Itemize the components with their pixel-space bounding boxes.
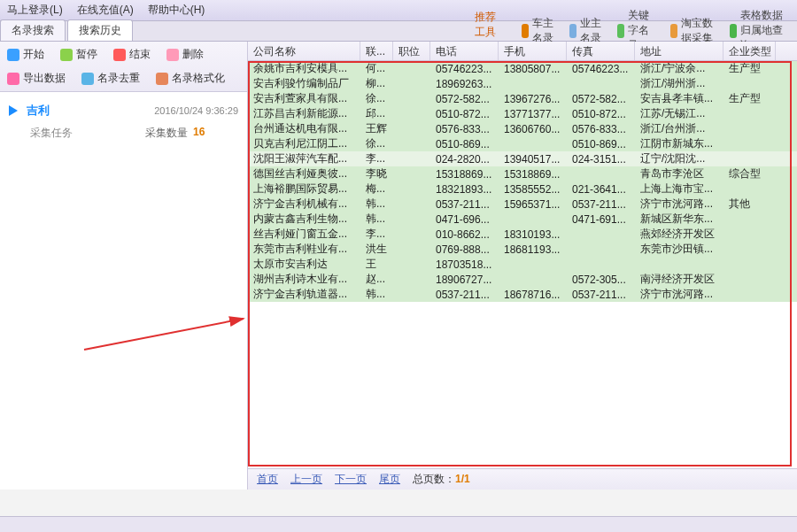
pager-next[interactable]: 下一页 — [335, 472, 367, 487]
cell — [723, 249, 776, 251]
cell — [723, 294, 776, 296]
table-row[interactable]: 安吉利骏竹编制品厂柳...18969263...浙江/湖州浙... — [248, 76, 797, 91]
table-row[interactable]: 贝克吉利尼江阴工...徐...0510-869...0510-869...江阴市… — [248, 136, 797, 151]
pager-total: 总页数：1/1 — [413, 472, 470, 487]
cell: 0572-582... — [430, 92, 499, 106]
cell — [393, 279, 430, 281]
cell: 0537-211... — [567, 197, 635, 212]
menu-help[interactable]: 帮助中心(H) — [148, 3, 205, 18]
task-sub-label: 采集任务 — [30, 126, 73, 141]
pause-icon — [60, 49, 73, 61]
col-3[interactable]: 电话 — [430, 42, 499, 60]
table-row[interactable]: 上海裕鹏国际贸易...梅...18321893...13585552...021… — [248, 181, 797, 197]
cell — [723, 143, 776, 145]
menu-login[interactable]: 马上登录(L) — [7, 3, 63, 18]
table-row[interactable]: 江苏昌吉利新能源...邱...0510-872...13771377...051… — [248, 106, 797, 121]
cell — [393, 204, 430, 205]
pager-first[interactable]: 首页 — [257, 472, 278, 487]
cell: 024-3151... — [567, 152, 635, 166]
keyword-icon — [617, 24, 624, 38]
col-2[interactable]: 职位 — [393, 42, 430, 60]
cell: 010-8662... — [430, 227, 499, 242]
cell — [723, 264, 776, 266]
play-icon — [7, 49, 19, 61]
cell: 其他 — [723, 196, 776, 212]
btn-format[interactable]: 名录格式化 — [156, 71, 225, 86]
cell: 综合型 — [723, 166, 776, 182]
btn-export[interactable]: 导出数据 — [7, 71, 66, 86]
btn-dedup[interactable]: 名录去重 — [81, 71, 140, 86]
pager-last[interactable]: 尾页 — [379, 472, 400, 487]
cell — [393, 113, 430, 115]
left-toolbar: 开始 暂停 结束 删除 导出数据 名录去重 名录格式化 — [0, 42, 247, 92]
cell — [567, 173, 635, 175]
task-row[interactable]: 吉利 2016/10/24 9:36:29 — [9, 103, 238, 119]
cell — [393, 143, 430, 145]
export-icon — [7, 73, 19, 85]
status-bar — [0, 516, 797, 532]
cell — [723, 158, 776, 160]
pager-prev[interactable]: 上一页 — [290, 472, 322, 487]
cell: 0572-582... — [567, 92, 635, 106]
menu-recharge[interactable]: 在线充值(A) — [77, 3, 134, 18]
table-row[interactable]: 东莞市吉利鞋业有...洪生0769-888...18681193...东莞市沙田… — [248, 242, 797, 257]
cell: 0471-696... — [430, 212, 499, 227]
table-row[interactable]: 丝吉利娅门窗五金...李...010-8662...18310193...燕郊经… — [248, 227, 797, 242]
tab-search[interactable]: 名录搜索 — [0, 19, 66, 41]
task-area: 吉利 2016/10/24 9:36:29 采集任务 采集数量 16 — [0, 92, 247, 151]
cell: 东莞市沙田镇... — [635, 241, 723, 258]
table-row[interactable]: 太原市安吉利达王18703518... — [248, 257, 797, 272]
left-panel: 开始 暂停 结束 删除 导出数据 名录去重 名录格式化 吉利 2016/10/2… — [0, 42, 248, 490]
table-row[interactable]: 济宁金吉利轨道器...韩...0537-211...18678716...053… — [248, 287, 797, 302]
table-row[interactable]: 沈阳王淑萍汽车配...李...024-2820...13940517...024… — [248, 151, 797, 166]
cell — [393, 219, 430, 220]
cell — [393, 294, 430, 296]
car-icon — [522, 24, 529, 38]
table-row[interactable]: 济宁金吉利机械有...韩...0537-211...15965371...053… — [248, 197, 797, 212]
cell — [393, 264, 430, 266]
table-row[interactable]: 安吉利萱家具有限...徐...0572-582...13967276...057… — [248, 91, 797, 106]
stop-icon — [113, 49, 126, 61]
col-1[interactable]: 联... — [360, 42, 393, 60]
cell — [723, 113, 776, 115]
col-6[interactable]: 地址 — [635, 42, 723, 60]
table-header: 公司名称联...职位电话手机传真地址企业类型 — [248, 42, 797, 61]
cell: 生产型 — [723, 61, 776, 77]
cell: 18310193... — [499, 227, 567, 242]
pager: 首页 上一页 下一页 尾页 总页数：1/1 — [248, 468, 797, 490]
btn-end[interactable]: 结束 — [113, 47, 151, 62]
cell: 0510-869... — [430, 137, 499, 151]
col-5[interactable]: 传真 — [567, 42, 635, 60]
cell — [723, 189, 776, 190]
col-4[interactable]: 手机 — [499, 42, 567, 60]
tab-history[interactable]: 搜索历史 — [67, 19, 133, 41]
table-row[interactable]: 湖州吉利诗木业有...赵...18906727...0572-305...南浔经… — [248, 272, 797, 287]
cell: 18969263... — [430, 77, 499, 91]
cell: 0572-305... — [567, 273, 635, 287]
cell — [723, 219, 776, 220]
table-row[interactable]: 余姚市吉利安模具...何...05746223...13805807...057… — [248, 61, 797, 76]
table-row[interactable]: 德国丝吉利娅奥彼...李晓15318869...15318869...青岛市李沧… — [248, 166, 797, 181]
col-7[interactable]: 企业类型 — [723, 42, 776, 60]
cell — [393, 189, 430, 190]
table-row[interactable]: 内蒙古鑫吉利生物...韩...0471-696...0471-691...新城区… — [248, 212, 797, 227]
cell — [723, 83, 776, 85]
cell: 0510-869... — [567, 137, 635, 151]
cell: 15318869... — [499, 167, 567, 181]
btn-start[interactable]: 开始 — [7, 47, 44, 62]
table-row[interactable]: 台州通达机电有限...王辉0576-833...13606760...0576-… — [248, 121, 797, 136]
col-0[interactable]: 公司名称 — [248, 42, 360, 60]
owner-icon — [569, 24, 576, 38]
btn-delete[interactable]: 删除 — [166, 47, 204, 62]
cell — [499, 279, 567, 281]
cell: 13606760... — [499, 122, 567, 136]
cell: 18681193... — [499, 243, 567, 257]
btn-pause[interactable]: 暂停 — [60, 47, 97, 62]
cell: 13585552... — [499, 182, 567, 197]
cell — [567, 234, 635, 235]
tabs-row: 名录搜索 搜索历史 推荐工具 >> 车主名录 业主名录 关键字名录 淘宝数据采集… — [0, 21, 797, 42]
cell: 0537-211... — [567, 288, 635, 302]
cell — [393, 249, 430, 251]
main-area: 开始 暂停 结束 删除 导出数据 名录去重 名录格式化 吉利 2016/10/2… — [0, 42, 797, 490]
cell: 0537-211... — [430, 288, 499, 302]
